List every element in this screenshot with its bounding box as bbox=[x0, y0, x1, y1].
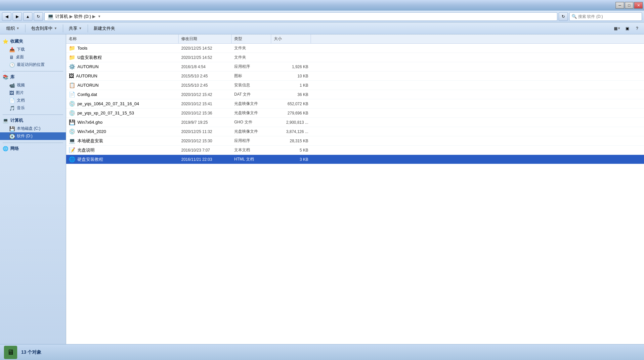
table-row[interactable]: 💿 Win7x64_2020 2020/12/25 11:32 光盘映像文件 3… bbox=[66, 127, 644, 136]
sidebar-item-desktop[interactable]: 🖥 桌面 bbox=[0, 53, 66, 61]
diskc-label: 本地磁盘 (C:) bbox=[17, 126, 40, 131]
share-label: 共享 bbox=[69, 25, 77, 31]
file-size: 652,072 KB bbox=[271, 102, 311, 106]
music-icon: 🎵 bbox=[9, 106, 15, 111]
table-row[interactable]: 📄 Config.dat 2020/10/12 15:42 DAT 文件 36 … bbox=[66, 90, 644, 99]
file-name: U盘安装教程 bbox=[77, 55, 102, 61]
file-name-cell: 📁 Tools bbox=[66, 45, 179, 51]
sidebar-div3 bbox=[3, 143, 63, 143]
toolbar-sep1 bbox=[25, 24, 25, 32]
desktop-label: 桌面 bbox=[16, 54, 24, 60]
sidebar-item-pictures[interactable]: 🖼 图片 bbox=[0, 89, 66, 97]
table-row[interactable]: ⚙️ AUTORUN 2016/1/8 4:54 应用程序 1,926 KB bbox=[66, 62, 644, 71]
file-name: pe_yqs_1064_20_07_31_16_04 bbox=[77, 101, 139, 106]
table-row[interactable]: 🌐 硬盘安装教程 2016/11/21 22:03 HTML 文档 3 KB bbox=[66, 155, 644, 164]
view-button[interactable]: ▦ ▼ bbox=[613, 24, 622, 33]
file-name: Win7x64.gho bbox=[77, 120, 103, 125]
table-row[interactable]: 💿 pe_yqs_1064_20_07_31_16_04 2020/10/12 … bbox=[66, 99, 644, 109]
up-button[interactable]: ▲ bbox=[23, 12, 32, 21]
sidebar-item-video[interactable]: 📹 视频 bbox=[0, 81, 66, 89]
file-type-icon: 📋 bbox=[69, 82, 75, 88]
sidebar-item-diskc[interactable]: 💾 本地磁盘 (C:) bbox=[0, 125, 66, 132]
file-size: 36 KB bbox=[271, 92, 311, 97]
table-row[interactable]: 📁 U盘安装教程 2020/12/25 14:52 文件夹 bbox=[66, 53, 644, 62]
file-name-cell: 💿 pe_yqs_1064_20_07_31_16_04 bbox=[66, 101, 179, 107]
table-row[interactable]: 📋 AUTORUN 2015/5/10 2:45 安装信息 1 KB bbox=[66, 81, 644, 90]
sidebar-header-network[interactable]: 🌐 网络 bbox=[0, 144, 66, 153]
breadcrumb-computer[interactable]: 计算机 bbox=[55, 14, 68, 20]
up-icon: ▲ bbox=[26, 14, 30, 19]
sidebar-item-diskd[interactable]: 💽 软件 (D:) bbox=[0, 132, 66, 140]
col-header-type[interactable]: 类型 bbox=[232, 34, 271, 43]
col-header-date[interactable]: 修改日期 bbox=[179, 34, 232, 43]
breadcrumb-sep2: ▶ bbox=[92, 14, 96, 19]
file-size: 28,315 KB bbox=[271, 139, 311, 143]
newfolder-button[interactable]: 新建文件夹 bbox=[90, 24, 119, 33]
file-type-text: GHO 文件 bbox=[232, 119, 271, 125]
sidebar-item-downloads[interactable]: 📥 下载 bbox=[0, 46, 66, 53]
file-list: 📁 Tools 2020/12/25 14:52 文件夹 📁 U盘安装教程 20… bbox=[66, 44, 644, 344]
table-row[interactable]: 💿 pe_yqs_xp_20_07_31_15_53 2020/10/12 15… bbox=[66, 109, 644, 118]
file-type-icon: 💻 bbox=[69, 138, 75, 144]
table-row[interactable]: 📝 光盘说明 2016/10/23 7:07 文本文档 5 KB bbox=[66, 146, 644, 155]
sidebar-header-favorites[interactable]: ⭐ 收藏夹 bbox=[0, 37, 66, 46]
file-type-text: 应用程序 bbox=[232, 64, 271, 69]
address-refresh-icon: ↻ bbox=[562, 14, 565, 19]
file-name: pe_yqs_xp_20_07_31_15_53 bbox=[77, 111, 134, 115]
sidebar-item-docs[interactable]: 📄 文档 bbox=[0, 97, 66, 104]
table-row[interactable]: 💾 Win7x64.gho 2019/9/7 19:25 GHO 文件 2,90… bbox=[66, 118, 644, 127]
minimize-button[interactable]: ─ bbox=[616, 2, 624, 9]
file-size: 5 KB bbox=[271, 148, 311, 153]
col-header-name[interactable]: 名称 bbox=[66, 34, 179, 43]
organize-button[interactable]: 组织 ▼ bbox=[3, 24, 23, 33]
sidebar-item-recentplaces[interactable]: 🕒 最近访问的位置 bbox=[0, 61, 66, 68]
file-type-icon: 🌐 bbox=[69, 156, 75, 162]
refresh-button[interactable]: ↻ bbox=[34, 12, 43, 21]
close-button[interactable]: ✕ bbox=[634, 2, 643, 9]
sidebar-header-computer[interactable]: 💻 计算机 bbox=[0, 116, 66, 125]
file-type-text: 安装信息 bbox=[232, 82, 271, 88]
table-row[interactable]: 🖼 AUTORUN 2015/5/10 2:45 图标 10 KB bbox=[66, 71, 644, 81]
file-type-text: 光盘映像文件 bbox=[232, 101, 271, 107]
file-name-cell: 📁 U盘安装教程 bbox=[66, 54, 179, 61]
file-type-text: HTML 文档 bbox=[232, 157, 271, 162]
sidebar-item-music[interactable]: 🎵 音乐 bbox=[0, 104, 66, 112]
file-size: 1,926 KB bbox=[271, 65, 311, 69]
view-arrow-icon: ▼ bbox=[618, 26, 621, 30]
recentplaces-icon: 🕒 bbox=[9, 62, 15, 68]
share-button[interactable]: 共享 ▼ bbox=[65, 24, 86, 33]
window-controls: ─ □ ✕ bbox=[616, 2, 643, 9]
file-type-icon: 💿 bbox=[69, 110, 75, 116]
title-bar: ─ □ ✕ bbox=[0, 0, 644, 11]
breadcrumb-sep1: ▶ bbox=[69, 14, 73, 19]
file-name-cell: 🖼 AUTORUN bbox=[66, 73, 179, 79]
addtolibrary-button[interactable]: 包含到库中 ▼ bbox=[27, 24, 61, 33]
file-date: 2020/10/12 15:41 bbox=[179, 102, 232, 106]
diskc-icon: 💾 bbox=[9, 126, 15, 131]
help-icon: ? bbox=[636, 26, 638, 31]
computer-label: 计算机 bbox=[10, 117, 23, 123]
toolbar-right: ▦ ▼ ▣ ? bbox=[613, 24, 641, 33]
address-refresh-button[interactable]: ↻ bbox=[559, 12, 568, 21]
table-row[interactable]: 📁 Tools 2020/12/25 14:52 文件夹 bbox=[66, 44, 644, 53]
file-name-cell: 💾 Win7x64.gho bbox=[66, 119, 179, 125]
search-input[interactable] bbox=[578, 14, 640, 19]
breadcrumb-drive[interactable]: 软件 (D:) bbox=[74, 14, 91, 20]
file-name-cell: 📄 Config.dat bbox=[66, 91, 179, 98]
toolbar-sep2 bbox=[63, 24, 63, 32]
docs-label: 文档 bbox=[17, 98, 25, 103]
file-list-header: 名称 修改日期 类型 大小 bbox=[66, 34, 644, 44]
maximize-button[interactable]: □ bbox=[625, 2, 633, 9]
back-button[interactable]: ◀ bbox=[2, 12, 11, 21]
search-box[interactable]: 🔍 bbox=[569, 12, 642, 21]
table-row[interactable]: 💻 本地硬盘安装 2020/10/12 15:30 应用程序 28,315 KB bbox=[66, 136, 644, 146]
sidebar-header-library[interactable]: 📚 库 bbox=[0, 73, 66, 81]
forward-button[interactable]: ▶ bbox=[13, 12, 22, 21]
breadcrumb[interactable]: 💻 计算机 ▶ 软件 (D:) ▶ ▼ bbox=[44, 12, 557, 21]
preview-button[interactable]: ▣ bbox=[623, 24, 631, 33]
col-header-size[interactable]: 大小 bbox=[271, 34, 311, 43]
help-button[interactable]: ? bbox=[633, 24, 641, 33]
file-date: 2020/12/25 14:52 bbox=[179, 55, 232, 60]
file-name: AUTORUN bbox=[77, 83, 99, 88]
downloads-icon: 📥 bbox=[9, 47, 15, 52]
